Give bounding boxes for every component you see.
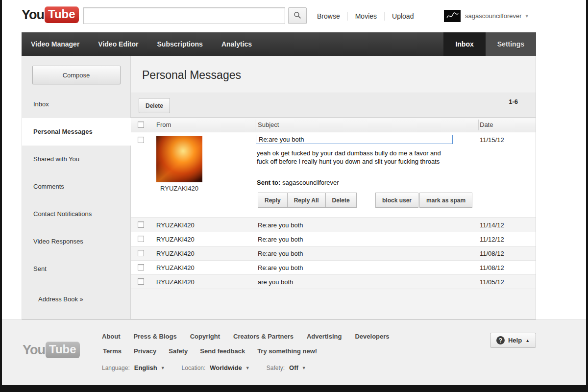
compose-button[interactable]: Compose <box>32 66 121 84</box>
row-subject: Re:are you both <box>258 250 303 257</box>
delete-selected-button[interactable]: Delete <box>139 98 170 113</box>
footer-youtube-logo[interactable]: You Tube <box>23 342 80 358</box>
messages-table-header: From Subject Date <box>131 118 536 132</box>
footer-link-press-blogs[interactable]: Press & Blogs <box>134 333 177 340</box>
safety-select[interactable]: Off <box>289 364 298 371</box>
footer-link-developers[interactable]: Developers <box>355 333 389 340</box>
sidebar-item-shared-with-you[interactable]: Shared with You <box>22 146 130 173</box>
table-row[interactable]: RYUZAKI420 are you both 11/05/12 <box>131 275 536 289</box>
nav-video-editor[interactable]: Video Editor <box>89 32 147 56</box>
footer-preferences: Language: English ▼ Location: Worldwide … <box>102 364 323 371</box>
tab-settings[interactable]: Settings <box>486 32 536 56</box>
logo-tube-text: Tube <box>45 6 79 23</box>
expanded-message: RYUZAKI420 Re:are you both yeah ok get f… <box>131 132 536 218</box>
column-header-subject[interactable]: Subject <box>258 121 279 128</box>
divider <box>478 120 479 130</box>
sidebar-item-inbox[interactable]: Inbox <box>22 91 130 118</box>
address-book-link[interactable]: Address Book » <box>22 295 130 303</box>
mark-as-spam-button[interactable]: mark as spam <box>419 193 472 208</box>
upload-link[interactable]: Upload <box>385 12 421 20</box>
header-links: Browse Movies Upload <box>310 0 421 32</box>
row-from: RYUZAKI420 <box>156 250 195 257</box>
chevron-down-icon: ▼ <box>525 14 529 19</box>
row-from: RYUZAKI420 <box>156 278 195 286</box>
sender-name[interactable]: RYUZAKI420 <box>156 185 202 192</box>
chevron-down-icon[interactable]: ▼ <box>245 366 250 370</box>
footer-link-terms[interactable]: Terms <box>103 347 122 355</box>
footer-link-privacy[interactable]: Privacy <box>134 347 156 355</box>
footer-link-try-something-new[interactable]: Try something new! <box>257 347 317 355</box>
nav-subscriptions[interactable]: Subscriptions <box>148 32 212 56</box>
footer-link-safety[interactable]: Safety <box>169 347 188 355</box>
message-checkbox[interactable] <box>138 137 144 143</box>
page: You Tube Browse Movies Upload sagascounc… <box>2 0 586 385</box>
select-all-checkbox[interactable] <box>138 122 144 128</box>
row-date: 11/08/12 <box>480 250 504 257</box>
sidebar-item-contact-notifications[interactable]: Contact Notifications <box>22 200 130 228</box>
top-header: You Tube Browse Movies Upload sagascounc… <box>2 0 586 32</box>
search-input[interactable] <box>83 7 285 24</box>
nav-video-manager[interactable]: Video Manager <box>22 32 89 56</box>
main-navbar: Video Manager Video Editor Subscriptions… <box>22 32 536 56</box>
page-footer: You Tube About Press & Blogs Copyright C… <box>2 319 586 385</box>
table-row[interactable]: RYUZAKI420 Re:are you both 11/14/12 <box>131 218 536 232</box>
messages-main-panel: Personal Messages Delete 1-6 From Subjec… <box>131 56 536 319</box>
footer-link-creators-partners[interactable]: Creators & Partners <box>233 333 294 340</box>
search-button[interactable] <box>288 7 307 24</box>
sender-avatar-image[interactable] <box>156 136 202 182</box>
sidebar-item-video-responses[interactable]: Video Responses <box>22 228 130 255</box>
row-date: 11/05/12 <box>480 278 504 286</box>
message-checkbox[interactable] <box>138 264 144 270</box>
table-row[interactable]: RYUZAKI420 Re:are you both 11/12/12 <box>131 232 536 246</box>
youtube-logo[interactable]: You Tube <box>22 6 79 23</box>
account-menu[interactable]: sagascouncilforever ▼ <box>444 10 529 22</box>
row-date: 11/08/12 <box>480 264 504 271</box>
reply-all-button[interactable]: Reply All <box>287 193 326 208</box>
chevron-down-icon[interactable]: ▼ <box>161 366 165 370</box>
delete-message-button[interactable]: Delete <box>325 193 357 208</box>
divider <box>255 120 255 130</box>
search-bar <box>83 7 307 24</box>
location-label: Location: <box>182 365 206 371</box>
message-subject-field[interactable]: Re:are you both <box>256 135 453 144</box>
movies-link[interactable]: Movies <box>348 12 384 20</box>
column-header-from[interactable]: From <box>156 121 171 128</box>
footer-link-advertising[interactable]: Advertising <box>307 333 342 340</box>
row-subject: are you both <box>258 278 293 286</box>
message-checkbox[interactable] <box>138 221 144 228</box>
table-row[interactable]: RYUZAKI420 Re:are you both 11/08/12 <box>131 261 536 275</box>
pagination-range: 1-6 <box>509 98 518 105</box>
content-area: Compose Inbox Personal Messages Shared w… <box>22 56 536 319</box>
browse-link[interactable]: Browse <box>310 12 347 20</box>
sent-to-label: Sent to: <box>257 179 280 186</box>
language-select[interactable]: English <box>134 364 157 371</box>
page-title: Personal Messages <box>131 56 536 82</box>
footer-link-send-feedback[interactable]: Send feedback <box>200 347 245 355</box>
chevron-down-icon[interactable]: ▼ <box>302 366 306 370</box>
sidebar-item-sent[interactable]: Sent <box>22 255 130 283</box>
nav-analytics[interactable]: Analytics <box>212 32 261 56</box>
reply-button[interactable]: Reply <box>258 193 288 208</box>
message-checkbox[interactable] <box>138 278 144 285</box>
sidebar-item-comments[interactable]: Comments <box>22 173 130 200</box>
logo-you-text: You <box>23 343 45 358</box>
username-label: sagascouncilforever <box>465 12 522 20</box>
message-checkbox[interactable] <box>138 250 144 256</box>
table-row[interactable]: RYUZAKI420 Re:are you both 11/08/12 <box>131 246 536 261</box>
message-checkbox[interactable] <box>138 236 144 242</box>
tab-inbox[interactable]: Inbox <box>443 32 485 56</box>
chevron-up-icon: ▲ <box>525 338 530 343</box>
title-band: Personal Messages <box>131 56 536 93</box>
sent-to-username: sagascouncilforever <box>282 179 339 186</box>
location-select[interactable]: Worldwide <box>210 364 242 371</box>
sidebar-item-personal-messages[interactable]: Personal Messages <box>22 118 131 146</box>
column-header-date[interactable]: Date <box>480 121 493 128</box>
logo-tube-text: Tube <box>46 342 80 358</box>
footer-links-row2: Terms Privacy Safety Send feedback Try s… <box>103 347 317 355</box>
help-button[interactable]: ? Help ▲ <box>490 333 536 348</box>
footer-link-about[interactable]: About <box>102 333 121 340</box>
footer-link-copyright[interactable]: Copyright <box>190 333 220 340</box>
row-date: 11/12/12 <box>480 236 504 243</box>
row-date: 11/14/12 <box>480 221 504 229</box>
block-user-button[interactable]: block user <box>375 193 418 208</box>
